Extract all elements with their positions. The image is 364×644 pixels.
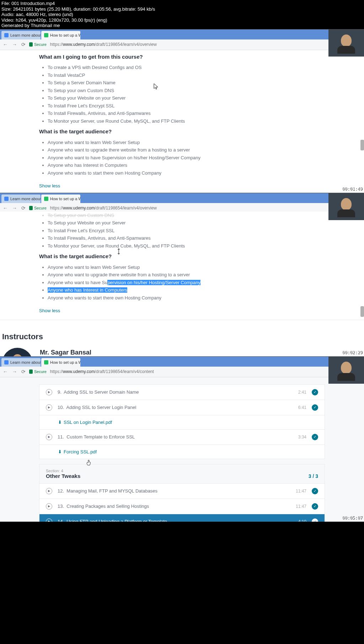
check-icon[interactable]: ✓ — [312, 488, 318, 494]
lecture-row[interactable]: ▶12. Managing Mail, FTP and MYSQL Databa… — [39, 483, 325, 499]
show-less-link[interactable]: Show less — [39, 182, 60, 190]
curriculum: ▶9. Adding SSL to Server Domain Name2:41… — [0, 377, 364, 522]
section-header[interactable]: Section: 4Other Tweaks 3 / 3 — [39, 464, 325, 484]
tab-learn-more[interactable]: Learn more about Sagar× — [1, 31, 41, 39]
webcam-overlay — [328, 193, 364, 220]
check-icon[interactable]: ✓ — [312, 518, 318, 522]
play-icon: ▶ — [46, 389, 52, 395]
download-icon: ⬇ — [58, 449, 62, 454]
section-progress: 3 / 3 — [309, 473, 318, 479]
check-icon[interactable]: ✓ — [312, 503, 318, 510]
secure-badge: Secure — [29, 206, 47, 210]
lecture-row[interactable]: ▶11. Custom Template to Enforce SSL3:34✓ — [39, 429, 325, 445]
resource-link[interactable]: ⬇SSL on Login Panel.pdf — [39, 415, 325, 430]
play-icon: ▶ — [46, 488, 52, 494]
audience-list: Anyone who want to learn Web Server Setu… — [39, 139, 325, 177]
play-icon: ▶ — [46, 503, 52, 510]
timestamp: 00:02:29 — [342, 350, 363, 355]
show-less-link[interactable]: Show less — [39, 307, 60, 314]
browser-tabs: Learn more about Sagar× How to set up a … — [0, 357, 364, 367]
back-icon[interactable]: ← — [3, 369, 8, 374]
scrollbar-thumb[interactable] — [360, 306, 364, 317]
ffmpeg-metadata: File: 001 Introduction.mp4 Size: 2642105… — [0, 0, 364, 29]
check-icon[interactable]: ✓ — [312, 389, 318, 395]
goals-list: To create a VPS with Desired Configs and… — [39, 64, 325, 125]
download-icon: ⬇ — [58, 420, 62, 425]
url-display[interactable]: https://www.udemy.com/draft/1198654/lear… — [50, 369, 361, 374]
timestamp: 00:05:07 — [342, 515, 363, 520]
lock-icon — [29, 369, 33, 374]
tab-learn-more[interactable]: Learn more about Sagar× — [1, 195, 41, 203]
lecture-row[interactable]: ▶13. Creating Packages and Selling Hosti… — [39, 499, 325, 514]
tab-how-to-setup[interactable]: How to set up a Web Se× — [41, 195, 80, 203]
url-display[interactable]: https://www.udemy.com/draft/1198654/lear… — [50, 42, 361, 47]
url-display[interactable]: https://www.udemy.com/draft/1198654/lear… — [50, 206, 361, 211]
forward-icon[interactable]: → — [12, 42, 17, 47]
reload-icon[interactable]: ⟳ — [21, 369, 26, 374]
scrollbar-thumb[interactable] — [360, 140, 364, 150]
instructors-heading: Instructors — [2, 331, 325, 342]
lecture-row[interactable]: ▶10. Adding SSL to Server Login Panel6:4… — [39, 400, 325, 415]
reload-icon[interactable]: ⟳ — [21, 205, 26, 211]
back-icon[interactable]: ← — [3, 42, 8, 47]
lock-icon — [29, 206, 33, 210]
address-bar: ←→⟳ Secure https://www.udemy.com/draft/1… — [0, 39, 364, 50]
goals-list-partial: To Setup your own Custom DNS To Setup yo… — [39, 212, 325, 250]
forward-icon[interactable]: → — [12, 369, 17, 374]
tab-how-to-setup[interactable]: How to set up a Web Se× — [41, 31, 80, 39]
heading-audience: What is the target audience? — [39, 128, 325, 136]
webcam-overlay — [328, 30, 364, 57]
lecture-row-active[interactable]: ▶14. Using FTP and Uploading a Platform … — [39, 514, 325, 522]
back-icon[interactable]: ← — [3, 205, 8, 211]
resource-link[interactable]: ⬇Forcing SSL.pdf — [39, 445, 325, 459]
tab-how-to-setup[interactable]: How to set up a Web Se× — [41, 358, 80, 367]
browser-tabs: Learn more about Sagar× How to set up a … — [0, 193, 364, 203]
address-bar: ←→⟳ Secure https://www.udemy.com/draft/1… — [0, 367, 364, 377]
forward-icon[interactable]: → — [12, 205, 17, 211]
selected-text: Anyone who has Interest in Computers — [48, 287, 127, 293]
browser-tabs: Learn more about Sagar× How to set up a … — [0, 30, 364, 39]
tab-learn-more[interactable]: Learn more about Sagar× — [1, 358, 41, 367]
lecture-row[interactable]: ▶9. Adding SSL to Server Domain Name2:41… — [39, 384, 325, 400]
check-icon[interactable]: ✓ — [312, 434, 318, 440]
secure-badge: Secure — [29, 42, 47, 47]
instructor-avatar — [2, 348, 33, 356]
audience-list: Anyone who want to learn Web Server Setu… — [39, 264, 325, 302]
play-icon: ▶ — [46, 404, 52, 411]
check-icon[interactable]: ✓ — [312, 404, 318, 411]
secure-badge: Secure — [29, 369, 47, 374]
heading-audience: What is the target audience? — [39, 252, 325, 261]
reload-icon[interactable]: ⟳ — [21, 42, 26, 47]
play-icon: ▶ — [46, 518, 52, 522]
instructor-name[interactable]: Mr. Sagar Bansal — [40, 348, 228, 356]
selected-text: pervision on his/her Hosting/Server Comp… — [107, 280, 200, 285]
lock-icon — [29, 42, 33, 47]
play-icon: ▶ — [46, 434, 52, 440]
webcam-overlay — [328, 357, 364, 384]
heading-goals: What am I going to get from this course? — [39, 53, 325, 61]
timestamp: 00:01:49 — [342, 186, 363, 191]
